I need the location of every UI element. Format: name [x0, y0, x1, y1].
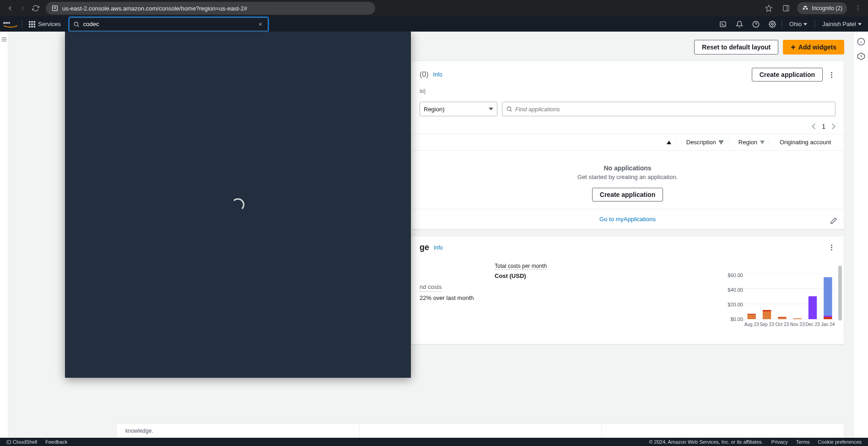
xtick: Oct 23: [775, 322, 790, 327]
incognito-icon: [802, 5, 809, 12]
widget-menu-button[interactable]: [827, 243, 836, 252]
col-description-label: Description: [686, 139, 716, 146]
svg-rect-1: [783, 5, 789, 11]
sort-icon: [760, 140, 765, 145]
browser-chrome: us-east-2.console.aws.amazon.com/console…: [0, 0, 868, 16]
global-search-input[interactable]: [83, 21, 253, 27]
region-filter-label: Region): [424, 106, 445, 113]
info-panel-icon[interactable]: [857, 37, 866, 46]
knowledge-cell: knowledge.: [117, 424, 360, 438]
add-widgets-label: Add widgets: [798, 44, 836, 51]
col-origin-label: Originating account: [780, 139, 831, 146]
panel-icon[interactable]: [780, 2, 793, 15]
settings-icon[interactable]: [764, 16, 781, 32]
page-next-button[interactable]: [831, 123, 836, 130]
widget-scrollbar[interactable]: [838, 266, 842, 321]
cloudshell-icon[interactable]: [715, 16, 731, 32]
svg-rect-34: [824, 277, 832, 315]
svg-rect-8: [34, 21, 36, 23]
incognito-indicator[interactable]: Incognito (2): [797, 2, 847, 14]
site-settings-icon: [51, 5, 59, 12]
account-label: Jainish Patel: [822, 21, 856, 27]
browser-url-bar[interactable]: us-east-2.console.aws.amazon.com/console…: [46, 2, 375, 15]
find-applications-input[interactable]: [515, 106, 831, 113]
find-applications-box[interactable]: [502, 102, 836, 116]
plus-icon: +: [791, 43, 796, 51]
footer-privacy-link[interactable]: Privacy: [771, 439, 788, 445]
cost-info-link[interactable]: Info: [434, 245, 443, 251]
clock-panel-icon[interactable]: [857, 52, 866, 61]
region-filter-select[interactable]: Region): [420, 102, 497, 116]
footer-cookie-link[interactable]: Cookie preferences: [818, 439, 862, 445]
caret-down-icon: [858, 22, 862, 26]
browser-forward-button[interactable]: [16, 2, 29, 15]
services-menu-button[interactable]: Services: [23, 16, 66, 32]
add-widgets-button[interactable]: +Add widgets: [783, 40, 844, 54]
browser-back-button[interactable]: [4, 2, 16, 15]
create-application-button[interactable]: Create application: [752, 68, 823, 82]
empty-create-application-button[interactable]: Create application: [592, 188, 663, 201]
nav-divider: [22, 20, 22, 28]
bookmark-icon[interactable]: [762, 2, 775, 15]
reset-layout-button[interactable]: Reset to default layout: [694, 40, 778, 54]
right-help-rail: [853, 32, 868, 438]
applications-count: (0): [420, 71, 429, 79]
footer-cloudshell-label: CloudShell: [13, 439, 37, 445]
edit-icon[interactable]: [830, 217, 837, 224]
svg-rect-14: [34, 26, 36, 27]
ytick-0: $0.00: [730, 316, 743, 322]
col-description[interactable]: Description: [682, 139, 728, 146]
search-clear-button[interactable]: [257, 21, 264, 28]
col-region[interactable]: Region: [734, 139, 770, 146]
go-to-myapplications-link[interactable]: Go to myApplications: [599, 216, 656, 223]
footer-feedback-link[interactable]: Feedback: [45, 439, 67, 445]
svg-rect-6: [29, 21, 31, 23]
page-prev-button[interactable]: [812, 123, 816, 130]
applications-info-link[interactable]: Info: [433, 71, 442, 78]
knowledge-cell: [602, 424, 844, 438]
svg-point-19: [507, 107, 511, 110]
left-rail-toggle[interactable]: [0, 32, 8, 438]
svg-rect-9: [29, 23, 31, 25]
loading-spinner-icon: [232, 198, 244, 211]
cost-stat-label: nd costs: [420, 283, 442, 292]
svg-rect-29: [778, 317, 786, 318]
footer-terms-link[interactable]: Terms: [796, 439, 810, 445]
aws-logo[interactable]: aws: [0, 20, 21, 29]
nav-divider: [814, 20, 815, 28]
caret-down-icon: [803, 22, 807, 26]
sort-icon: [719, 140, 723, 145]
browser-reload-button[interactable]: [29, 2, 42, 15]
xtick: Sep 23: [759, 322, 774, 327]
page-number: 1: [822, 123, 825, 130]
svg-text:aws: aws: [3, 20, 11, 24]
pagination: 1: [411, 121, 844, 134]
footer-cloudshell-link[interactable]: CloudShell: [6, 439, 37, 445]
browser-menu-button[interactable]: [852, 2, 864, 15]
cost-widget-title-tail: ge: [420, 243, 429, 252]
search-icon: [73, 21, 80, 27]
global-search-box[interactable]: [69, 17, 268, 31]
svg-rect-11: [34, 23, 36, 25]
notifications-icon[interactable]: [731, 16, 748, 32]
xtick: Nov 23: [790, 322, 805, 327]
search-results-panel: [65, 32, 411, 378]
help-icon[interactable]: [748, 16, 764, 32]
footer-copyright: © 2024, Amazon Web Services, Inc. or its…: [649, 439, 763, 445]
widget-menu-button[interactable]: [827, 70, 836, 80]
aws-top-nav: aws Services Ohio Jainish Patel: [0, 16, 868, 32]
svg-rect-13: [31, 26, 33, 27]
xtick: Aug 23: [744, 322, 759, 327]
console-home-content: Reset to default layout +Add widgets (0)…: [8, 32, 853, 438]
svg-rect-30: [793, 318, 802, 319]
ytick-60: $60.00: [728, 272, 743, 278]
col-region-label: Region: [739, 139, 757, 146]
col-originating-account[interactable]: Originating account: [775, 139, 836, 146]
sort-asc-icon[interactable]: [667, 140, 671, 145]
region-selector[interactable]: Ohio: [783, 16, 814, 32]
url-text: us-east-2.console.aws.amazon.com/console…: [62, 5, 247, 12]
account-menu[interactable]: Jainish Patel: [816, 16, 868, 32]
svg-rect-28: [778, 318, 786, 319]
svg-rect-32: [824, 317, 832, 319]
xtick: Dec 23: [805, 322, 820, 327]
